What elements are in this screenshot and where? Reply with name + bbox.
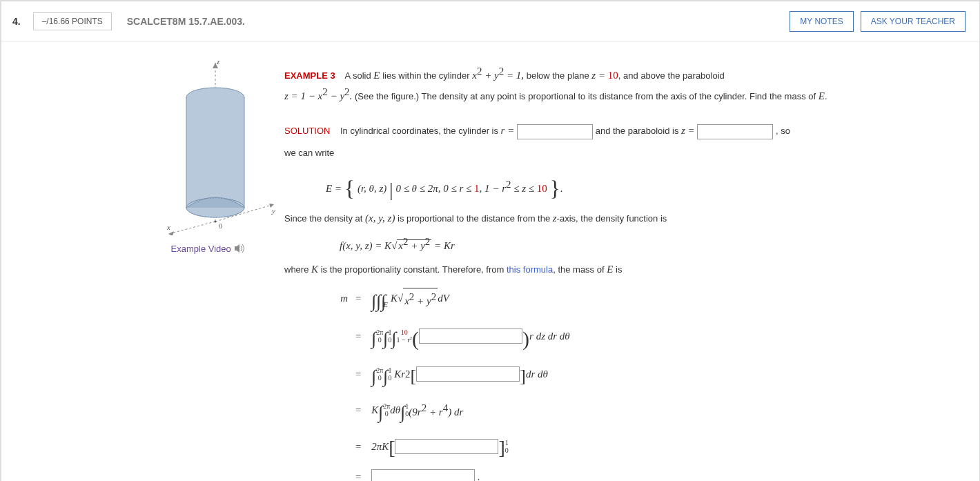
svg-rect-7 (186, 97, 244, 208)
blank-paraboloid-z[interactable] (697, 124, 773, 139)
blank-cylinder-r[interactable] (517, 124, 593, 139)
proportionality-line: where K is the proportionality constant.… (284, 261, 952, 277)
book-reference: SCALCET8M 15.7.AE.003. (127, 16, 245, 27)
we-can-write: we can write (284, 146, 952, 161)
mass-step-6: = . (326, 469, 952, 481)
mass-step-2: = ∫2π0 ∫10 ∫101 − r2 ( ) r dz dr dθ (326, 320, 952, 353)
density-description: Since the density at (x, y, z) is propor… (284, 210, 952, 226)
blank-integrand-2[interactable] (416, 366, 520, 382)
sound-icon (235, 244, 246, 255)
this-formula-link[interactable]: this formula (507, 264, 553, 275)
set-E-definition: E = { (r, θ, z) | 0 ≤ θ ≤ 2π, 0 ≤ r ≤ 1,… (326, 167, 952, 202)
svg-marker-4 (168, 231, 174, 235)
question-header: 4. –/16.66 POINTS SCALCET8M 15.7.AE.003.… (1, 1, 979, 42)
solution-label: SOLUTION (284, 126, 330, 136)
question-number: 4. (12, 16, 21, 27)
mass-step-5: = 2πK [ ]10 (326, 431, 952, 462)
mass-step-3: = ∫2π0 ∫10 Kr2 [ ] dr dθ (326, 360, 952, 389)
mass-step-4: = K ∫2π0 dθ ∫10 (9r2 + r4) dr (326, 395, 952, 424)
example-statement: EXAMPLE 3 A solid E lies within the cyli… (284, 63, 952, 104)
example-video-link[interactable]: Example Video (153, 244, 264, 255)
svg-marker-13 (235, 244, 239, 253)
example-label: EXAMPLE 3 (284, 70, 335, 81)
my-notes-button[interactable]: MY NOTES (790, 11, 853, 32)
svg-line-1 (168, 222, 215, 234)
figure-3d: 0 z y x (153, 56, 277, 235)
figure-column: 0 z y x Example Video (29, 56, 277, 481)
cylinder-equation: x2 + y2 = 1, (472, 70, 524, 81)
axis-x-label: x (166, 223, 170, 231)
blank-integrand-1[interactable] (419, 328, 522, 344)
svg-point-12 (215, 221, 217, 223)
axis-z-label: z (216, 57, 220, 66)
axis-origin-label: 0 (219, 222, 222, 230)
problem-body: EXAMPLE 3 A solid E lies within the cyli… (277, 56, 952, 481)
ask-teacher-button[interactable]: ASK YOUR TEACHER (861, 11, 966, 32)
mass-step-1: m = ∫∫∫E K√x2 + y2 dV (326, 284, 952, 313)
axis-y-label: y (271, 206, 275, 215)
density-function: f(x, y, z) = K√x2 + y2 = Kr (340, 233, 952, 254)
solution-line-1: SOLUTION In cylindrical coordinates, the… (284, 122, 952, 139)
blank-antiderivative[interactable] (395, 439, 498, 454)
blank-final[interactable] (371, 469, 475, 481)
paraboloid-equation: z = 1 − x2 − y2. (284, 90, 352, 101)
question-container: 4. –/16.66 POINTS SCALCET8M 15.7.AE.003.… (0, 0, 980, 481)
points-box: –/16.66 POINTS (33, 12, 112, 30)
